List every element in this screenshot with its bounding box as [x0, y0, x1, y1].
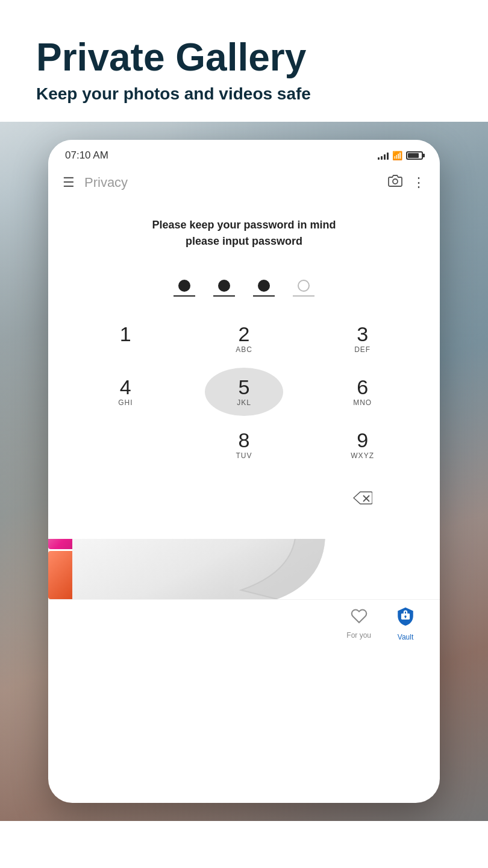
nav-item-for-you[interactable]: For you [346, 608, 371, 640]
key-9-letters: WXYZ [351, 451, 374, 460]
gallery-col-2: Willst du zu... Willst du zu Abend ess..… [143, 539, 440, 599]
key-2-number: 2 [239, 324, 250, 344]
svg-rect-6 [405, 617, 406, 618]
key-5-number: 5 [239, 377, 250, 397]
key-empty [86, 474, 164, 522]
wifi-icon: 📶 [392, 151, 402, 160]
app-bar: ☰ Privacy ⋮ [48, 166, 440, 199]
key-1[interactable]: 1 [86, 315, 164, 363]
hero-subtitle: Keep your photos and videos safe [36, 84, 452, 104]
phone-mockup: 07:10 AM 📶 ☰ Privacy [48, 140, 440, 803]
pin-dot-1 [174, 280, 195, 297]
key-9-number: 9 [357, 430, 368, 450]
pin-underline-2 [213, 295, 235, 297]
numpad-row-3: 7 PQRS 8 TUV 9 WXYZ [66, 421, 422, 469]
pin-dot-2 [213, 280, 235, 297]
gallery-preview: Willst du zu... Willst du zu Abend ess..… [48, 539, 440, 599]
gallery-thumb-couple [48, 539, 142, 549]
key-1-letters [124, 345, 127, 354]
pin-dot-filled-1 [178, 280, 190, 292]
pin-dots [48, 280, 440, 297]
key-2-letters: ABC [236, 345, 252, 354]
background-section: 07:10 AM 📶 ☰ Privacy [0, 122, 488, 821]
pin-underline-1 [174, 295, 195, 297]
key-8-letters: TUV [236, 451, 252, 460]
pin-dot-empty-4 [298, 280, 310, 292]
key-1-number: 1 [120, 324, 131, 344]
numpad-row-1: 1 2 ABC 3 DEF [66, 315, 422, 363]
gallery-thumb-warm [48, 551, 142, 599]
key-3-letters: DEF [354, 345, 371, 354]
battery-icon [406, 151, 423, 160]
app-title: Privacy [84, 175, 388, 190]
status-bar: 07:10 AM 📶 [48, 140, 440, 166]
heart-icon [351, 608, 368, 629]
more-options-icon[interactable]: ⋮ [412, 175, 425, 190]
key-6[interactable]: 6 MNO [324, 368, 402, 416]
bottom-nav: For you Vau [48, 599, 440, 647]
key-6-number: 6 [357, 377, 368, 397]
pin-underline-4 [293, 295, 314, 297]
key-backspace[interactable] [324, 474, 402, 522]
password-line1: Please keep your password in mind [60, 217, 428, 233]
key-4[interactable]: 4 GHI [86, 368, 164, 416]
signal-icon [378, 151, 389, 160]
numpad: 1 2 ABC 3 DEF 4 GHI 5 [48, 303, 440, 539]
vault-label: Vault [398, 633, 413, 641]
numpad-row-4: 0 + [66, 474, 422, 522]
pin-dot-filled-3 [258, 280, 270, 292]
status-time: 07:10 AM [65, 149, 108, 162]
gallery-col-1 [48, 539, 142, 599]
camera-icon[interactable] [388, 174, 402, 192]
pin-underline-3 [253, 295, 275, 297]
key-4-number: 4 [120, 377, 131, 397]
hero-title: Private Gallery [36, 36, 452, 78]
pin-dot-filled-2 [218, 280, 230, 292]
nav-item-vault[interactable]: Vault [395, 606, 416, 641]
bottom-area: Willst du zu... Willst du zu Abend ess..… [48, 539, 440, 647]
key-8[interactable]: 8 TUV [205, 421, 283, 469]
key-3[interactable]: 3 DEF [324, 315, 402, 363]
vault-shield-icon [395, 606, 416, 631]
password-line2: please input password [60, 233, 428, 250]
key-5-letters: JKL [237, 398, 251, 407]
password-section: Please keep your password in mind please… [48, 199, 440, 262]
key-9[interactable]: 9 WXYZ [324, 421, 402, 469]
key-4-letters: GHI [118, 398, 133, 407]
gallery-thumb-chat: Willst du zu... Willst du zu Abend ess..… [143, 539, 234, 599]
svg-point-0 [393, 179, 398, 184]
hamburger-menu-icon[interactable]: ☰ [63, 175, 75, 190]
numpad-row-2: 4 GHI 5 JKL 6 MNO [66, 368, 422, 416]
key-8-number: 8 [239, 430, 250, 450]
key-3-number: 3 [357, 324, 368, 344]
backspace-icon [353, 491, 372, 505]
key-2[interactable]: 2 ABC [205, 315, 283, 363]
key-5[interactable]: 5 JKL [205, 368, 283, 416]
pin-dot-4 [293, 280, 314, 297]
key-6-letters: MNO [353, 398, 372, 407]
pin-dot-3 [253, 280, 275, 297]
hero-header: Private Gallery Keep your photos and vid… [0, 0, 488, 122]
status-icons: 📶 [378, 151, 423, 160]
for-you-label: For you [346, 631, 371, 640]
